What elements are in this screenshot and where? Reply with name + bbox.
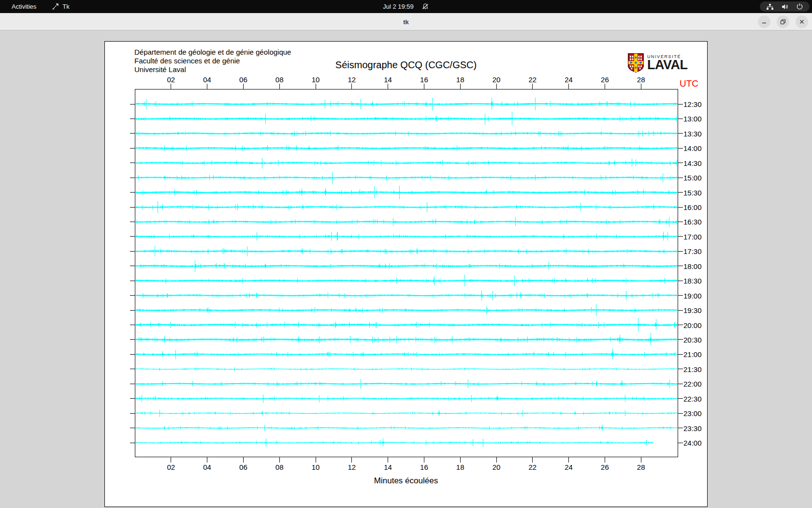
y-axis-tick-left bbox=[130, 192, 135, 193]
x-axis-tick-label-bottom: 08 bbox=[276, 463, 284, 471]
y-axis-tick-left bbox=[130, 384, 135, 384]
x-axis-tick-label-top: 28 bbox=[637, 75, 645, 84]
x-axis-tick-top bbox=[243, 84, 244, 89]
utc-time-label: 17:00 bbox=[683, 232, 702, 240]
utc-time-label: 16:30 bbox=[683, 218, 702, 226]
minimize-button[interactable] bbox=[758, 15, 770, 28]
laval-crest-icon bbox=[628, 53, 644, 73]
x-axis-tick-label-top: 08 bbox=[276, 75, 284, 84]
x-axis-tick-label-bottom: 18 bbox=[456, 463, 464, 471]
utc-time-label: 15:30 bbox=[683, 188, 702, 196]
x-axis-tick-label-bottom: 14 bbox=[384, 463, 392, 471]
close-button[interactable] bbox=[796, 15, 808, 28]
y-axis-tick-left bbox=[130, 354, 135, 355]
x-axis-tick-top bbox=[171, 84, 171, 89]
y-axis-tick-left bbox=[130, 251, 135, 252]
y-axis-tick-right bbox=[678, 281, 683, 281]
x-axis-tick-top bbox=[351, 84, 352, 89]
y-axis-tick-left bbox=[130, 369, 135, 369]
x-axis-tick-bottom bbox=[460, 457, 461, 463]
app-menu[interactable]: Tk bbox=[52, 3, 69, 10]
y-axis-tick-left bbox=[130, 119, 135, 119]
x-axis-tick-top bbox=[460, 84, 461, 89]
y-axis-tick-left bbox=[130, 325, 135, 325]
x-axis-tick-top bbox=[279, 84, 280, 89]
y-axis-tick-right bbox=[678, 222, 683, 222]
system-tray[interactable] bbox=[760, 1, 810, 12]
utc-time-label: 22:30 bbox=[683, 394, 702, 403]
y-axis-tick-left bbox=[130, 133, 135, 134]
minimize-icon bbox=[761, 19, 767, 25]
window-title-bar[interactable]: tk bbox=[0, 13, 812, 30]
app-menu-label: Tk bbox=[62, 3, 69, 10]
x-axis-tick-bottom bbox=[496, 457, 497, 463]
x-axis-tick-bottom bbox=[316, 457, 316, 463]
utc-time-label: 12:30 bbox=[683, 100, 702, 108]
y-axis-tick-left bbox=[130, 148, 135, 149]
y-axis-tick-left bbox=[130, 207, 135, 208]
y-axis-tick-right bbox=[678, 163, 683, 163]
x-axis-tick-label-bottom: 10 bbox=[312, 463, 320, 471]
x-axis-tick-label-top: 18 bbox=[456, 75, 464, 84]
window-title: tk bbox=[0, 13, 812, 30]
seismograph-canvas-card: Département de géologie et de génie géol… bbox=[104, 41, 708, 507]
x-axis-tick-label-top: 04 bbox=[203, 75, 211, 84]
y-axis-tick-right bbox=[678, 266, 683, 266]
utc-time-label: 20:30 bbox=[683, 335, 702, 344]
utc-time-label: 13:00 bbox=[683, 115, 702, 123]
y-axis-tick-right bbox=[678, 354, 683, 355]
x-axis-tick-bottom bbox=[532, 457, 533, 463]
utc-time-label: 24:00 bbox=[683, 439, 702, 447]
clock[interactable]: Jul 2 19:59 bbox=[383, 3, 414, 10]
y-axis-tick-left bbox=[130, 398, 135, 399]
x-axis-tick-top bbox=[568, 84, 569, 89]
x-axis-tick-label-bottom: 26 bbox=[601, 463, 609, 471]
x-axis-tick-top bbox=[388, 84, 388, 89]
y-axis-tick-right bbox=[678, 325, 683, 325]
utc-time-label: 23:00 bbox=[683, 409, 702, 418]
x-axis-tick-bottom bbox=[351, 457, 352, 463]
utc-time-label: 20:00 bbox=[683, 321, 702, 329]
utc-time-label: 19:30 bbox=[683, 306, 702, 314]
maximize-button[interactable] bbox=[777, 15, 789, 28]
x-axis-tick-bottom bbox=[605, 457, 605, 463]
x-axis-tick-label-top: 20 bbox=[493, 75, 501, 84]
x-axis-tick-label-bottom: 04 bbox=[203, 463, 211, 471]
y-axis-tick-left bbox=[130, 310, 135, 311]
x-axis-tick-label-top: 10 bbox=[312, 75, 320, 84]
x-axis-tick-top bbox=[605, 84, 605, 89]
y-axis-tick-right bbox=[678, 369, 683, 369]
y-axis-tick-right bbox=[678, 428, 683, 428]
y-axis-tick-right bbox=[678, 443, 683, 443]
x-axis-tick-top bbox=[207, 84, 207, 89]
x-axis-tick-bottom bbox=[424, 457, 424, 463]
x-axis-tick-bottom bbox=[279, 457, 280, 463]
x-axis-tick-top bbox=[316, 84, 316, 89]
y-axis-tick-right bbox=[678, 133, 683, 134]
y-axis-tick-left bbox=[130, 178, 135, 178]
x-axis-tick-label-top: 24 bbox=[565, 75, 573, 84]
x-axis-tick-label-bottom: 02 bbox=[167, 463, 175, 471]
utc-time-label: 14:00 bbox=[683, 144, 702, 152]
tk-feather-icon bbox=[52, 3, 59, 10]
y-axis-tick-right bbox=[678, 339, 683, 340]
y-axis-tick-left bbox=[130, 163, 135, 163]
x-axis-tick-label-bottom: 28 bbox=[637, 463, 645, 471]
x-axis-tick-top bbox=[641, 84, 641, 89]
x-axis-tick-bottom bbox=[641, 457, 641, 463]
y-axis-tick-left bbox=[130, 413, 135, 414]
utc-time-label: 14:30 bbox=[683, 159, 702, 167]
x-axis-title: Minutes écoulées bbox=[105, 476, 707, 486]
network-wired-icon bbox=[766, 3, 774, 10]
activities-button[interactable]: Activities bbox=[9, 2, 39, 11]
x-axis-tick-label-top: 06 bbox=[239, 75, 247, 84]
y-axis-tick-right bbox=[678, 178, 683, 178]
x-axis-tick-label-bottom: 24 bbox=[565, 463, 573, 471]
y-axis-tick-left bbox=[130, 281, 135, 281]
chart-title: Séismographe QCQ (CGC/GSC) bbox=[105, 60, 707, 71]
utc-time-label: 16:00 bbox=[683, 203, 702, 211]
restore-icon bbox=[780, 19, 786, 25]
utc-time-label: 19:00 bbox=[683, 291, 702, 299]
x-axis-tick-bottom bbox=[243, 457, 244, 463]
x-axis-tick-label-top: 02 bbox=[167, 75, 175, 84]
